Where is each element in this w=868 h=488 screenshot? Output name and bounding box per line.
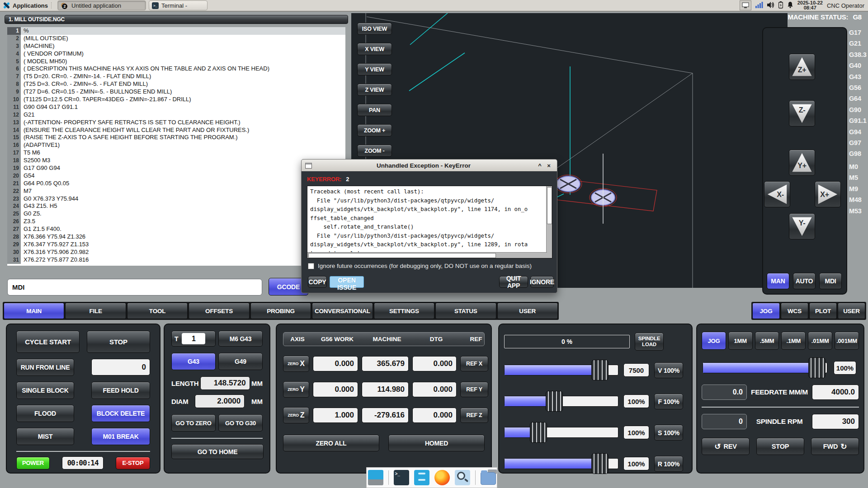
feed-hold-button[interactable]: FEED HOLD bbox=[91, 382, 150, 399]
tab-wcs[interactable]: WCS bbox=[781, 303, 808, 319]
jog-increment-5mm[interactable]: .5MM bbox=[755, 332, 779, 350]
jog-z-minus-button[interactable]: Z- bbox=[789, 100, 815, 127]
jog-x-minus-button[interactable]: X- bbox=[764, 181, 790, 207]
gcode-line[interactable]: 6( DESCRIPTION THIS MACHINE HAS YX AXIS … bbox=[7, 65, 345, 73]
gcode-line[interactable]: 24G43 Z15. H5 bbox=[7, 202, 345, 210]
tab-probing[interactable]: PROBING bbox=[250, 303, 311, 319]
open-issue-button[interactable]: OPEN ISSUE bbox=[330, 276, 364, 288]
terminal-launcher-icon[interactable]: >_ bbox=[394, 470, 409, 485]
gcode-line[interactable]: 10(T1125 D=12.5 CR=0. TAPER=43DEG - ZMIN… bbox=[7, 96, 345, 103]
dialog-titlebar[interactable]: Unhandled Exception - KeyError ^ × bbox=[302, 160, 557, 171]
jog-y-plus-button[interactable]: Y+ bbox=[789, 150, 815, 176]
tab-user[interactable]: USER bbox=[497, 303, 558, 319]
notifications-bell-icon[interactable] bbox=[787, 1, 793, 9]
slider-handle[interactable] bbox=[530, 422, 547, 443]
view-button-y-view[interactable]: Y VIEW bbox=[357, 63, 392, 75]
rapid-override-slider[interactable] bbox=[504, 458, 618, 469]
run-from-line-value[interactable]: 0 bbox=[91, 359, 150, 375]
ignore-future-checkbox-row[interactable]: Ignore future occurrences (for debugging… bbox=[308, 263, 532, 269]
gcode-line[interactable]: 12G21 bbox=[7, 111, 345, 119]
tab-offsets[interactable]: OFFSETS bbox=[189, 303, 249, 319]
gcode-line[interactable]: 21G64 P0.05 Q0.05 bbox=[7, 180, 345, 188]
traceback-textarea[interactable]: Traceback (most recent call last): File … bbox=[307, 186, 552, 258]
jog-increment-01mm[interactable]: .01MM bbox=[808, 332, 832, 350]
homed-button[interactable]: HOMED bbox=[388, 435, 485, 451]
view-button-x-view[interactable]: X VIEW bbox=[357, 43, 392, 55]
gcode-line[interactable]: 16(ADAPTIVE1) bbox=[7, 141, 345, 149]
jog-z-plus-button[interactable]: Z+ bbox=[789, 54, 815, 80]
tab-jog[interactable]: JOG bbox=[752, 303, 780, 319]
tab-tool[interactable]: TOOL bbox=[127, 303, 188, 319]
gcode-line[interactable]: 30X76.316 Y75.906 Z0.982 bbox=[7, 249, 345, 256]
go-to-home-button[interactable]: GO TO HOME bbox=[171, 444, 264, 459]
gcode-line[interactable]: 29X76.347 Y75.927 Z1.153 bbox=[7, 241, 345, 249]
gcode-line[interactable]: 31X76.272 Y75.877 Z0.816 bbox=[7, 256, 345, 264]
collapse-icon[interactable]: ^ bbox=[535, 162, 544, 169]
file-manager-icon[interactable] bbox=[481, 472, 496, 485]
checkbox[interactable] bbox=[308, 263, 314, 269]
view-button-pan[interactable]: PAN bbox=[357, 104, 392, 116]
gcode-line[interactable]: 23G0 X76.373 Y75.944 bbox=[7, 195, 345, 203]
file-cabinet-icon[interactable] bbox=[414, 470, 429, 485]
feed-override-label-button[interactable]: F 100% bbox=[654, 394, 683, 409]
ignore-button[interactable]: IGNORE bbox=[530, 276, 554, 288]
taskbar-window-untitled-application[interactable]: ⚙2 Untitled application bbox=[57, 0, 146, 10]
tab-settings[interactable]: SETTINGS bbox=[374, 303, 434, 319]
clock[interactable]: 2025-10-22 08:47 bbox=[797, 0, 823, 11]
gcode-line[interactable]: 17T5 M6 bbox=[7, 149, 345, 157]
spindle-fwd-button[interactable]: FWD↻ bbox=[811, 438, 859, 455]
gcode-line[interactable]: 15(RAISE THE Z-AXIS TO A SAFE HEIGHT BEF… bbox=[7, 134, 345, 141]
g49-button[interactable]: G49 bbox=[218, 353, 263, 370]
gcode-line[interactable]: 4( VENDOR OPTIMUM) bbox=[7, 50, 345, 58]
spindle-rpm-setting-value[interactable]: 300 bbox=[812, 414, 859, 429]
gcode-line[interactable]: 22M7 bbox=[7, 188, 345, 195]
gcode-line[interactable]: 8(T25 D=3. CR=0. - ZMIN=-5. - FLAT END M… bbox=[7, 80, 345, 88]
single-block-button[interactable]: SINGLE BLOCK bbox=[16, 382, 74, 399]
feed-override-slider[interactable] bbox=[504, 396, 618, 407]
slider-handle[interactable] bbox=[591, 453, 609, 474]
gcode-line[interactable]: 28X76.366 Y75.94 Z1.326 bbox=[7, 233, 345, 241]
jog-increment-001mm[interactable]: .001MM bbox=[835, 332, 859, 350]
tab-file[interactable]: FILE bbox=[65, 303, 126, 319]
horizontal-scrollbar[interactable] bbox=[307, 252, 547, 258]
jog-increment-1mm[interactable]: .1MM bbox=[781, 332, 806, 350]
gcode-line[interactable]: 18S2500 M3 bbox=[7, 157, 345, 164]
m01-break-button[interactable]: M01 BREAK bbox=[91, 428, 150, 445]
gcode-line[interactable]: 2(MILL OUTSIDE) bbox=[7, 35, 345, 42]
gcode-line[interactable]: 20G54 bbox=[7, 172, 345, 180]
flood-button[interactable]: FLOOD bbox=[16, 405, 74, 422]
jog-y-minus-button[interactable]: Y- bbox=[789, 213, 815, 239]
view-button-zoom[interactable]: ZOOM - bbox=[357, 145, 392, 157]
spindle-load-button[interactable]: SPINDLE LOAD bbox=[635, 333, 664, 351]
zero-all-button[interactable]: ZERO ALL bbox=[283, 435, 379, 451]
go-to-g30-button[interactable]: GO TO G30 bbox=[218, 414, 263, 432]
gcode-line[interactable]: 19G17 G90 G94 bbox=[7, 164, 345, 172]
gcode-line[interactable]: 9(T27 D=6. CR=0.15 - ZMIN=-5. - BULLNOSE… bbox=[7, 88, 345, 96]
mode-button-man[interactable]: MAN bbox=[767, 273, 789, 289]
gcode-line[interactable]: 13(-ATTENTION- PROPERTY SAFE RETRACTS IS… bbox=[7, 119, 345, 127]
gcode-line[interactable]: 11G90 G94 G17 G91.1 bbox=[7, 103, 345, 111]
go-to-zero-button[interactable]: GO TO ZERO bbox=[171, 414, 216, 432]
gcode-line[interactable]: 25G0 Z5. bbox=[7, 210, 345, 218]
zero-y-button[interactable]: ZEROY bbox=[283, 381, 309, 398]
applications-menu[interactable]: Applications bbox=[13, 2, 48, 9]
jog-increment-1mm[interactable]: 1MM bbox=[728, 332, 753, 350]
estop-button[interactable]: E-STOP bbox=[116, 457, 150, 469]
gcode-listing[interactable]: 1%2(MILL OUTSIDE)3(MACHINE)4( VENDOR OPT… bbox=[7, 27, 345, 266]
firefox-icon[interactable] bbox=[434, 470, 450, 485]
gcode-line[interactable]: 14(ENSURE THE CLEARANCE HEIGHT WILL CLEA… bbox=[7, 127, 345, 134]
ref-x-button[interactable]: REF X bbox=[460, 356, 488, 371]
view-button-z-view[interactable]: Z VIEW bbox=[357, 84, 392, 96]
view-button-iso-view[interactable]: ISO VIEW bbox=[357, 23, 392, 35]
spindle-override-label-button[interactable]: S 100% bbox=[654, 425, 683, 441]
zero-z-button[interactable]: ZEROZ bbox=[283, 407, 309, 423]
ref-z-button[interactable]: REF Z bbox=[460, 408, 488, 423]
taskbar-window-terminal[interactable]: >_ Terminal - bbox=[149, 0, 208, 10]
tab-conversational[interactable]: CONVERSATIONAL bbox=[312, 303, 373, 319]
mist-button[interactable]: MIST bbox=[16, 428, 74, 445]
quit-app-button[interactable]: QUIT APP bbox=[499, 276, 528, 288]
tab-user[interactable]: USER bbox=[838, 303, 865, 319]
slider-handle[interactable] bbox=[591, 360, 609, 380]
zero-x-button[interactable]: ZEROX bbox=[283, 356, 309, 372]
jog-speed-slider[interactable] bbox=[703, 362, 827, 373]
